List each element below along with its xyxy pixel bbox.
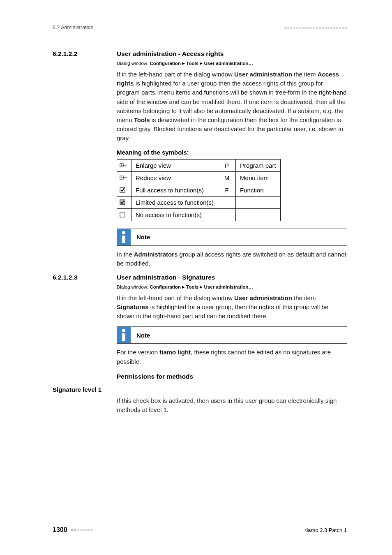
- chevron-right-icon: ▶: [200, 61, 203, 65]
- dialog-part: User administration…: [204, 284, 254, 289]
- reduce-tree-icon: [117, 171, 131, 184]
- symbols-heading: Meaning of the symbols:: [117, 149, 347, 156]
- page-header: 6.2 Administration: [53, 25, 347, 30]
- svg-rect-9: [120, 212, 125, 217]
- note-block: Note In the Administrators group all acc…: [117, 229, 347, 268]
- symbol-meaning: Menu item: [236, 171, 281, 184]
- table-row: Full access to function(s) F Function: [117, 184, 281, 196]
- body-paragraph: If in the left-hand part of the dialog w…: [117, 294, 347, 321]
- dialog-part: Configuration: [150, 61, 181, 66]
- note-text: In the Administrators group all access r…: [117, 250, 347, 268]
- symbol-letter: M: [218, 171, 236, 184]
- symbol-letter: F: [218, 184, 236, 196]
- section-number: 6.2.1.2.2: [53, 50, 117, 58]
- dialog-prefix: Dialog window:: [117, 61, 150, 66]
- symbol-desc: Full access to function(s): [131, 184, 218, 196]
- header-section-label: 6.2 Administration: [53, 25, 93, 30]
- dialog-prefix: Dialog window:: [117, 284, 150, 289]
- section-title: User administration - Access rights: [117, 50, 224, 58]
- symbol-meaning: Program part: [236, 159, 281, 171]
- symbols-table: Enlarge view P Program part Reduce view …: [117, 159, 281, 221]
- note-block: Note For the version tiamo light, these …: [117, 326, 347, 366]
- footer-left: 1300: [53, 526, 93, 534]
- enlarge-tree-icon: [117, 159, 131, 171]
- table-row: Limited access to function(s): [117, 196, 281, 208]
- checkbox-checked-icon: [117, 184, 131, 196]
- dialog-path: Dialog window: Configuration ▶ Tools ▶ U…: [117, 284, 347, 289]
- header-decoration: [284, 27, 347, 29]
- section-heading: 6.2.1.2.3 User administration - Signatur…: [53, 274, 347, 281]
- symbol-desc: Limited access to function(s): [131, 196, 218, 208]
- permissions-heading: Permissions for methods: [117, 373, 347, 380]
- info-icon: [117, 229, 131, 245]
- symbol-letter: [218, 196, 236, 208]
- note-text: For the version tiamo light, these right…: [117, 348, 347, 366]
- product-name: tiamo 2.3 Patch 1: [305, 527, 347, 533]
- signature-text: If this check box is activated, then use…: [117, 396, 347, 414]
- section-number: 6.2.1.2.3: [53, 274, 117, 281]
- note-label: Note: [136, 332, 150, 339]
- table-row: No access to function(s): [117, 208, 281, 221]
- chevron-right-icon: ▶: [200, 285, 203, 289]
- info-icon: [117, 327, 131, 343]
- table-row: Enlarge view P Program part: [117, 159, 281, 171]
- symbol-desc: Reduce view: [131, 171, 218, 184]
- body-paragraph: If in the left-hand part of the dialog w…: [117, 70, 347, 143]
- symbol-meaning: [236, 208, 281, 221]
- chevron-right-icon: ▶: [182, 61, 185, 65]
- page-number: 1300: [53, 526, 67, 533]
- symbol-letter: [218, 208, 236, 221]
- symbol-desc: Enlarge view: [131, 159, 218, 171]
- page-footer: 1300 tiamo 2.3 Patch 1: [53, 526, 347, 534]
- symbol-meaning: [236, 196, 281, 208]
- dialog-part: Tools: [186, 284, 198, 289]
- note-label: Note: [136, 234, 150, 240]
- dialog-path: Dialog window: Configuration ▶ Tools ▶ U…: [117, 61, 347, 66]
- checkbox-partial-icon: [117, 196, 131, 208]
- footer-decoration: [71, 529, 93, 531]
- dialog-part: Configuration: [150, 284, 181, 289]
- checkbox-empty-icon: [117, 208, 131, 221]
- table-row: Reduce view M Menu item: [117, 171, 281, 184]
- chevron-right-icon: ▶: [182, 285, 185, 289]
- section-title: User administration - Signatures: [117, 274, 215, 281]
- symbol-letter: P: [218, 159, 236, 171]
- signature-level-label: Signature level 1: [53, 386, 347, 393]
- symbol-desc: No access to function(s): [131, 208, 218, 221]
- symbol-meaning: Function: [236, 184, 281, 196]
- dialog-part: User administration…: [204, 61, 254, 66]
- dialog-part: Tools: [186, 61, 198, 66]
- section-heading: 6.2.1.2.2 User administration - Access r…: [53, 50, 347, 58]
